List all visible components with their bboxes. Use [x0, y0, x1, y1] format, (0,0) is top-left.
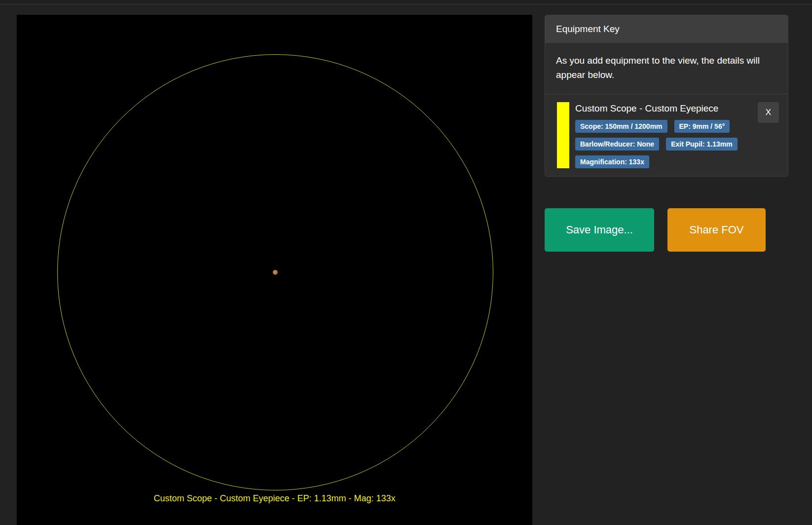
badge-eyepiece: EP: 9mm / 56° [674, 120, 730, 133]
equipment-key-panel: Equipment Key As you add equipment to th… [545, 15, 788, 177]
save-image-button[interactable]: Save Image... [545, 208, 654, 252]
fov-canvas: Custom Scope - Custom Eyepiece - EP: 1.1… [17, 15, 532, 525]
badge-barlow-reducer: Barlow/Reducer: None [575, 138, 659, 150]
share-fov-button[interactable]: Share FOV [667, 208, 766, 252]
remove-equipment-button[interactable]: X [758, 102, 779, 123]
equipment-color-swatch [557, 102, 569, 168]
badge-scope: Scope: 150mm / 1200mm [575, 120, 667, 133]
equipment-item: Custom Scope - Custom Eyepiece Scope: 15… [545, 94, 788, 176]
badge-exit-pupil: Exit Pupil: 1.13mm [666, 138, 737, 150]
equipment-key-title: Equipment Key [556, 24, 620, 34]
equipment-key-header: Equipment Key [545, 15, 788, 43]
equipment-info: Custom Scope - Custom Eyepiece Scope: 15… [575, 102, 780, 168]
equipment-key-intro: As you add equipment to the view, the de… [545, 43, 788, 94]
badge-magnification: Magnification: 133x [575, 155, 649, 168]
fov-caption: Custom Scope - Custom Eyepiece - EP: 1.1… [17, 493, 532, 504]
equipment-badges: Scope: 150mm / 1200mm EP: 9mm / 56° Barl… [575, 120, 745, 168]
equipment-title: Custom Scope - Custom Eyepiece [575, 103, 780, 114]
top-divider [0, 0, 812, 4]
planet-dot [273, 270, 278, 275]
